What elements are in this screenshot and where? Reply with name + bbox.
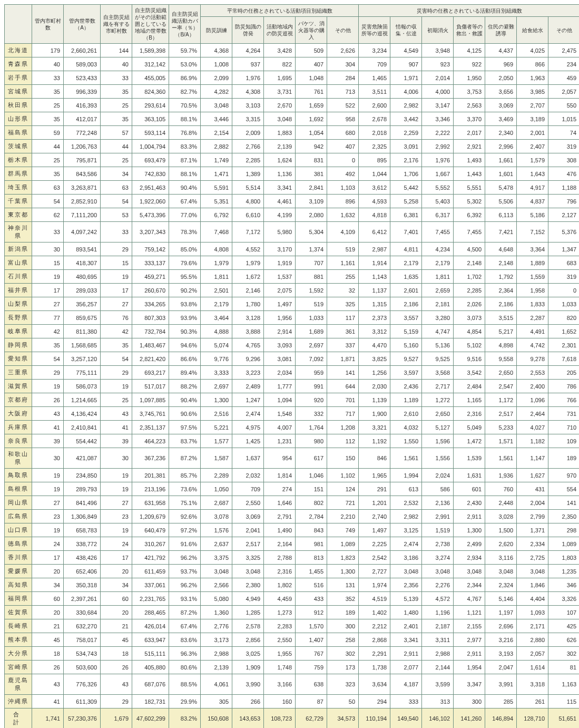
data-cell: 2,340: [485, 126, 517, 140]
data-cell: 2,791: [264, 510, 296, 523]
data-cell: 2,009: [232, 126, 264, 140]
data-cell: 0: [327, 153, 359, 167]
col-g2-1: 情報の収集・伝達: [390, 17, 422, 44]
data-cell: 942: [296, 140, 327, 153]
table-row: 愛知県543,257,120542,821,42086.6%9,7769,296…: [5, 352, 580, 366]
table-row: 千葉県542,852,910541,922,06067.4%5,3514,800…: [5, 195, 580, 208]
data-cell: 189: [327, 606, 359, 619]
data-cell: 319: [548, 140, 579, 153]
data-cell: 1,570: [296, 619, 327, 633]
data-cell: 811,380: [64, 325, 101, 338]
data-cell: 3,069: [485, 99, 517, 112]
data-cell: 516: [296, 578, 327, 592]
pref-name: 香川県: [5, 551, 32, 565]
data-cell: 9,558: [485, 352, 517, 366]
data-cell: 2,344: [454, 578, 485, 592]
data-cell: 492: [327, 167, 359, 181]
data-cell: 922: [454, 57, 485, 71]
data-cell: 255: [327, 270, 359, 284]
table-row: 香川県17438,42617421,79296.2%3,3753,3252,78…: [5, 551, 580, 565]
data-cell: 3,347: [454, 674, 485, 695]
data-cell: 25: [101, 99, 132, 112]
data-cell: 205: [548, 366, 579, 380]
data-cell: 4,898: [485, 338, 517, 352]
data-cell: 758,017: [64, 633, 101, 647]
data-cell: 3,048: [232, 565, 264, 578]
data-cell: 300: [454, 695, 485, 708]
data-cell: 79.6%: [169, 256, 201, 270]
data-cell: 1,833: [517, 297, 548, 311]
total-cell: 1,679: [101, 708, 132, 729]
data-cell: 2,601: [390, 284, 422, 297]
data-cell: 3,069: [232, 510, 264, 523]
table-row: 沖縄県41611,30929182,73129.9%30526616087502…: [5, 695, 580, 708]
data-cell: 687,076: [132, 674, 169, 695]
data-cell: 3,341: [264, 181, 296, 195]
data-cell: 2,626: [327, 44, 359, 57]
data-cell: 2,139: [264, 140, 296, 153]
data-cell: 3,515: [485, 311, 517, 325]
data-cell: 4,187: [390, 674, 422, 695]
table-row: 広島県231,306,849231,209,67992.6%3,0783,069…: [5, 510, 580, 523]
data-cell: 1,033: [548, 297, 579, 311]
data-cell: 1,182: [517, 434, 548, 448]
data-cell: 361: [327, 325, 359, 338]
data-cell: 3,125: [390, 523, 422, 537]
data-cell: 63: [101, 181, 132, 195]
data-cell: 288,465: [132, 606, 169, 619]
pref-name: 和歌山県: [5, 448, 32, 469]
data-cell: 2,921: [454, 140, 485, 153]
data-cell: 2,334: [517, 537, 548, 551]
col-g1-3: バケツ、消火器等の購入: [296, 17, 327, 44]
data-cell: 27: [101, 496, 132, 510]
data-cell: 1,963: [517, 71, 548, 85]
data-cell: 3,745,761: [132, 407, 169, 421]
data-cell: 41: [32, 421, 64, 434]
data-cell: 523,433: [64, 71, 101, 85]
table-row: 富山県15418,30715333,13779.6%1,9791,9791,91…: [5, 256, 580, 270]
data-cell: 2,696: [485, 619, 517, 633]
data-cell: 517,017: [132, 380, 169, 393]
data-cell: 9,525: [422, 352, 454, 366]
data-cell: 19: [32, 469, 64, 482]
data-cell: 1,192: [359, 434, 390, 448]
data-cell: 2,373: [359, 311, 390, 325]
data-cell: 2,148: [485, 256, 517, 270]
data-cell: 3,280: [422, 311, 454, 325]
data-cell: 613: [390, 482, 422, 496]
data-cell: 73.6%: [169, 482, 201, 496]
data-cell: 2,186: [390, 297, 422, 311]
data-cell: 109: [548, 434, 579, 448]
table-row: 岡山県27841,49627631,95875.1%2,6872,5501,64…: [5, 496, 580, 510]
data-cell: 1,814: [264, 469, 296, 482]
data-cell: 1,497: [264, 297, 296, 311]
data-cell: 2,600: [359, 99, 390, 112]
data-cell: 407: [327, 140, 359, 153]
data-cell: 35: [101, 85, 132, 99]
data-cell: 304: [327, 57, 359, 71]
data-cell: 3,093: [264, 338, 296, 352]
data-cell: 4,519: [359, 592, 390, 606]
data-cell: 6,392: [454, 208, 485, 222]
data-cell: 3,469: [485, 112, 517, 126]
data-cell: 1,306,849: [64, 510, 101, 523]
data-cell: 1,994: [390, 469, 422, 482]
data-cell: 5,049: [454, 421, 485, 434]
pref-name: 山梨県: [5, 297, 32, 311]
data-cell: 1,093: [517, 606, 548, 619]
data-cell: 35: [32, 112, 64, 126]
data-cell: 4,007: [264, 421, 296, 434]
data-cell: 42: [32, 325, 64, 338]
data-cell: 969: [485, 57, 517, 71]
data-cell: 33: [32, 71, 64, 85]
data-cell: 5,514: [232, 181, 264, 195]
data-cell: 1,692: [296, 112, 327, 126]
data-cell: 2,516: [201, 407, 232, 421]
data-cell: 261: [517, 695, 548, 708]
data-cell: 2,578: [232, 619, 264, 633]
data-cell: 29.9%: [169, 695, 201, 708]
data-cell: 94.6%: [169, 338, 201, 352]
data-cell: 3,948: [422, 44, 454, 57]
data-cell: 1,389: [232, 167, 264, 181]
data-cell: 459: [548, 71, 579, 85]
